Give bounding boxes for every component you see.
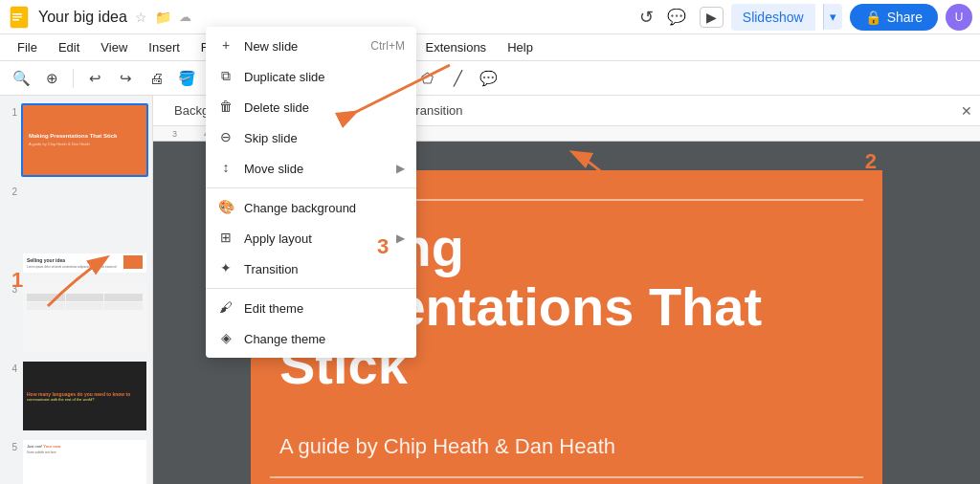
slide-preview-5[interactable]: Just one! Your own. Some subtitle text h… (21, 438, 148, 484)
menu-insert[interactable]: Insert (139, 36, 189, 58)
change-background-icon: 🎨 (217, 199, 234, 216)
svg-rect-3 (12, 16, 22, 18)
present-icon[interactable]: ▶ (700, 7, 724, 28)
folder-icon[interactable]: 📁 (155, 10, 171, 25)
slide-preview-2[interactable]: Selling your idea Lorem ipsum dolor sit … (21, 183, 148, 275)
slide-thumbnail-3[interactable]: 3 (4, 280, 148, 354)
doc-title: Your big idea (38, 9, 127, 26)
slide-preview-4[interactable]: How many languages do you need to know t… (21, 360, 148, 433)
slide-panel: 1 Making Presentations That Stick A guid… (0, 96, 153, 484)
menu-view[interactable]: View (91, 36, 137, 58)
menu-change-theme[interactable]: ◈ Change theme (206, 323, 416, 354)
app-icon (8, 6, 31, 29)
new-slide-icon: + (217, 37, 234, 55)
slide-preview-1[interactable]: Making Presentations That Stick A guide … (21, 103, 148, 177)
svg-rect-2 (12, 13, 22, 15)
toolbar-separator-1 (73, 69, 74, 88)
slideshow-button[interactable]: Slideshow (731, 4, 815, 31)
slide-thumbnail-4[interactable]: 4 How many languages do you need to know… (4, 360, 148, 433)
slide-preview-3[interactable] (21, 280, 148, 354)
transition-icon: ✦ (217, 260, 234, 277)
slide-thumbnail-2[interactable]: 2 Selling your idea Lorem ipsum dolor si… (4, 183, 148, 275)
print-button[interactable]: 🖨 (143, 65, 169, 92)
move-slide-icon: ↕ (217, 160, 234, 177)
dropdown-separator-1 (206, 187, 416, 188)
menu-change-background[interactable]: 🎨 Change background (206, 192, 416, 223)
comment-icon[interactable]: 💬 (667, 8, 686, 26)
menu-transition[interactable]: ✦ Transition (206, 253, 416, 284)
menu-new-slide[interactable]: + New slide Ctrl+M (206, 31, 416, 61)
menu-skip-slide[interactable]: ⊖ Skip slide (206, 122, 416, 153)
slideshow-dropdown-button[interactable]: ▾ (823, 4, 842, 30)
menubar: File Edit View Insert Format Slide Arran… (0, 34, 980, 61)
lock-icon: 🔒 (865, 10, 881, 25)
star-icon[interactable]: ☆ (135, 10, 147, 25)
shape-button[interactable]: ⬠ (413, 65, 440, 92)
share-button[interactable]: 🔒 Share (850, 4, 938, 31)
skip-slide-icon: ⊖ (217, 129, 234, 146)
canvas-line-bottom (270, 476, 863, 478)
menu-edit-theme[interactable]: 🖌 Edit theme (206, 293, 416, 323)
svg-rect-4 (12, 19, 19, 21)
edit-theme-icon: 🖌 (217, 299, 234, 317)
menu-apply-layout[interactable]: ⊞ Apply layout ▶ (206, 223, 416, 253)
menu-file[interactable]: File (8, 36, 47, 58)
close-panel-button[interactable]: ✕ (961, 103, 972, 119)
menu-extensions[interactable]: Extensions (416, 36, 497, 58)
toolbar: 🔍 ⊕ ↩ ↪ 🖨 🪣 − Fit + ↖ T 🖼 ⬠ ╱ 💬 (0, 61, 980, 96)
undo-button[interactable]: ↩ (81, 65, 108, 92)
comment-button[interactable]: 💬 (475, 65, 501, 92)
main-area: 1 Making Presentations That Stick A guid… (0, 96, 980, 484)
redo-button[interactable]: ↪ (112, 65, 139, 92)
paint-format-button[interactable]: 🪣 (173, 65, 200, 92)
duplicate-slide-icon: ⧉ (217, 68, 234, 85)
slide-dropdown-menu: + New slide Ctrl+M ⧉ Duplicate slide 🗑 D… (206, 27, 416, 358)
history-icon[interactable]: ↺ (639, 7, 654, 28)
delete-slide-icon: 🗑 (217, 99, 234, 116)
menu-move-slide[interactable]: ↕ Move slide ▶ (206, 153, 416, 184)
zoom-button[interactable]: ⊕ (38, 65, 65, 92)
avatar[interactable]: U (946, 4, 972, 31)
slide-thumbnail-5[interactable]: 5 Just one! Your own. Some subtitle text… (4, 438, 148, 484)
cloud-icon: ☁ (179, 10, 191, 24)
line-button[interactable]: ╱ (444, 65, 471, 92)
search-button[interactable]: 🔍 (8, 65, 34, 92)
change-theme-icon: ◈ (217, 330, 234, 347)
apply-layout-icon: ⊞ (217, 230, 234, 247)
menu-duplicate-slide[interactable]: ⧉ Duplicate slide (206, 61, 416, 92)
menu-help[interactable]: Help (498, 36, 543, 58)
titlebar: Your big idea ☆ 📁 ☁ ↺ 💬 ▶ Slideshow ▾ 🔒 … (0, 0, 980, 34)
slide-thumbnail-1[interactable]: 1 Making Presentations That Stick A guid… (4, 103, 148, 177)
dropdown-separator-2 (206, 288, 416, 289)
canvas-subtitle: A guide by Chip Heath & Dan Heath (279, 434, 854, 459)
menu-delete-slide[interactable]: 🗑 Delete slide (206, 92, 416, 122)
menu-edit[interactable]: Edit (49, 36, 89, 58)
